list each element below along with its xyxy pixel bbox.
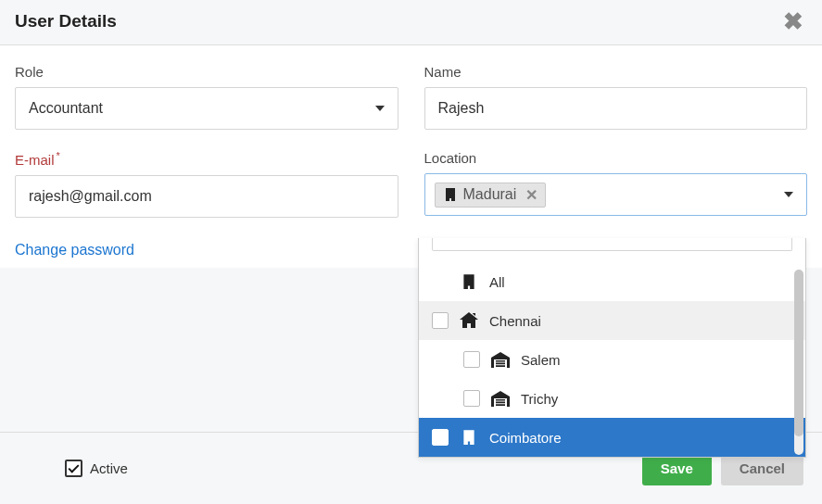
active-label: Active <box>90 460 128 476</box>
role-field: Role Accountant <box>15 64 398 130</box>
name-label: Name <box>424 64 808 80</box>
scrollbar-thumb[interactable] <box>794 270 803 436</box>
email-value: rajesh@gmail.com <box>29 188 152 205</box>
email-field-group: E-mail* rajesh@gmail.com <box>15 150 398 218</box>
right-column: Name Rajesh Location Madurai ✕ <box>424 64 808 258</box>
name-input[interactable]: Rajesh <box>424 87 808 130</box>
option-checkbox[interactable] <box>463 390 480 407</box>
role-label: Role <box>15 64 398 80</box>
modal-body: Role Accountant E-mail* rajesh@gmail.com… <box>0 45 822 268</box>
building-icon <box>460 273 478 290</box>
chip-remove-icon[interactable]: ✕ <box>525 186 537 204</box>
location-multiselect[interactable]: Madurai ✕ <box>424 173 808 216</box>
name-value: Rajesh <box>438 100 485 117</box>
name-field-group: Name Rajesh <box>424 64 808 130</box>
option-label: Salem <box>521 352 561 368</box>
close-icon[interactable]: ✖ <box>783 9 803 33</box>
option-checkbox[interactable] <box>432 312 449 329</box>
email-input[interactable]: rajesh@gmail.com <box>15 175 398 218</box>
location-field-group: Location Madurai ✕ <box>424 150 808 216</box>
location-option-all[interactable]: All <box>419 262 805 301</box>
location-option-salem[interactable]: Salem <box>419 340 805 379</box>
warehouse-icon <box>491 352 510 368</box>
option-label: Trichy <box>521 391 558 407</box>
option-checkbox[interactable] <box>432 429 449 446</box>
modal-header: User Details ✖ <box>0 0 822 45</box>
role-value: Accountant <box>29 100 103 117</box>
location-option-chennai[interactable]: Chennai <box>419 301 805 340</box>
dropdown-scrollbar[interactable] <box>794 270 803 455</box>
option-label: Chennai <box>489 313 541 329</box>
home-icon <box>460 312 478 329</box>
location-option-list: All Chennai Salem Trichy Coimbatore <box>419 262 805 457</box>
building-icon <box>443 187 458 202</box>
role-select[interactable]: Accountant <box>15 87 398 130</box>
location-filter-input[interactable] <box>432 238 792 251</box>
user-details-modal: User Details ✖ Role Accountant E-mail* r… <box>0 0 822 504</box>
option-label: Coimbatore <box>489 430 562 446</box>
required-asterisk: * <box>57 150 60 161</box>
chevron-down-icon <box>784 192 793 197</box>
email-label-text: E-mail <box>15 152 55 168</box>
warehouse-icon <box>491 391 510 407</box>
option-label: All <box>489 274 505 290</box>
check-icon <box>68 461 79 472</box>
location-dropdown: All Chennai Salem Trichy Coimbatore <box>418 238 806 458</box>
email-label: E-mail* <box>15 150 398 168</box>
left-column: Role Accountant E-mail* rajesh@gmail.com… <box>15 64 398 258</box>
option-checkbox[interactable] <box>463 351 480 368</box>
change-password-link[interactable]: Change password <box>15 242 398 258</box>
active-checkbox-row[interactable]: Active <box>65 460 128 477</box>
location-label: Location <box>424 150 808 166</box>
active-checkbox[interactable] <box>65 460 82 477</box>
location-option-trichy[interactable]: Trichy <box>419 379 805 418</box>
location-chip-madurai[interactable]: Madurai ✕ <box>435 183 547 208</box>
location-chip-label: Madurai <box>463 186 517 203</box>
building-icon <box>460 429 478 446</box>
chevron-down-icon <box>375 106 385 111</box>
modal-title: User Details <box>15 11 117 32</box>
location-option-coimbatore[interactable]: Coimbatore <box>419 418 805 457</box>
